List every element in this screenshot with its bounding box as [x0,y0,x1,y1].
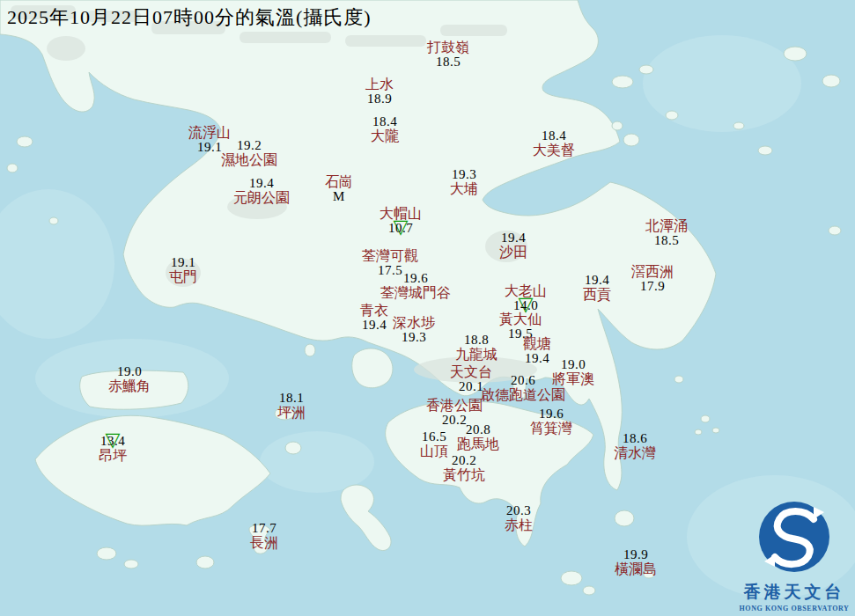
station-temp: 19.9 [623,548,648,562]
station-temp: 18.5 [436,55,461,70]
station-label: 滘西洲 17.9 ▽ [631,265,674,294]
station-name: 黃大仙 [499,312,542,327]
station-label: 沙田 19.4 ▽ [499,231,527,260]
station-label: 橫瀾島 19.9 ▽ [615,548,657,577]
station-name: 西貢 [583,288,611,303]
station-label: 黃竹坑 20.2 ▽ [443,454,485,483]
station-name: 香港公園 [426,399,483,414]
station-name: 觀塘 [523,337,551,352]
station-name: 大美督 [533,143,575,158]
station-label: 赤柱 20.3 ▽ [505,504,533,533]
station-temp: 13.4 [100,435,125,449]
hong-kong-map [0,0,855,616]
station-temp: 19.1 [171,256,195,270]
station-name: 滘西洲 [631,265,674,280]
station-label: 大埔 19.3 ▽ [450,168,478,197]
station-name: 濕地公園 [221,153,277,168]
station-label: 西貢 19.4 ▽ [583,274,611,303]
lamma-island [341,485,391,551]
station-label: 打鼓嶺 18.5 ▽ [427,40,469,70]
station-temp: 19.0 [561,358,586,372]
station-temp: 20.6 [511,374,535,388]
station-label: 濕地公園 19.2 ▽ [221,139,277,168]
station-temp: 18.1 [279,392,304,406]
station-label: 觀塘 19.4 ▽ [523,337,551,366]
station-label: 長洲 17.7 ▽ [250,522,278,551]
station-name: 深水埗 [393,316,435,331]
lantau-island [35,415,270,525]
station-temp: 18.5 [654,234,679,248]
station-label: 筲箕灣 19.6 ▽ [530,407,572,436]
station-name: 大帽山 [380,207,422,222]
map-title: 2025年10月22日07時00分的氣溫(攝氏度) [7,4,372,31]
station-temp: 17.9 [640,280,665,294]
station-name: 荃灣城門谷 [380,286,451,301]
station-name: 昂坪 [99,449,127,464]
station-temp: 16.5 [422,430,446,444]
station-temp: 20.3 [506,504,531,518]
station-name: 筲箕灣 [530,422,572,436]
station-label: 大美督 18.4 ▽ [533,129,575,158]
station-temp: 19.2 [237,139,262,153]
station-label: 昂坪 13.4 ▽ [99,435,127,464]
station-name: 打鼓嶺 [427,40,469,55]
station-name: 上水 [365,77,394,92]
station-temp: 19.3 [452,168,476,182]
station-temp: 18.9 [367,92,392,106]
station-label: 深水埗 19.3 ▽ [393,316,435,345]
station-label: 九龍城 18.8 ▽ [455,334,498,363]
station-temp: 19.4 [585,274,609,288]
station-name: 沙田 [499,246,527,260]
hko-logo-text-en: HONG KONG OBSERVATORY [737,605,851,612]
station-name: 赤鱲角 [108,379,151,394]
station-label: 清水灣 18.6 ▽ [614,432,656,461]
station-name: 九龍城 [455,348,498,363]
station-temp: 17.7 [252,522,276,536]
station-label: 大老山 14.0 ▽ [505,284,547,313]
hko-logo: 香港天文台 HONG KONG OBSERVATORY [737,498,851,612]
station-temp: 20.1 [459,380,483,394]
station-name: 長洲 [250,536,278,551]
station-name: 黃竹坑 [443,468,485,483]
station-label: 上水 18.9 ▽ [365,77,394,106]
station-temp: 19.4 [249,177,274,191]
station-temp: 20.8 [466,423,490,437]
station-label: 跑馬地 20.8 ▽ [457,423,499,452]
station-label: 荃灣城門谷 19.6 ▽ [380,272,451,301]
hko-logo-icon [752,498,837,576]
station-temp: 19.4 [362,319,387,333]
station-temp: 18.4 [372,115,397,129]
station-label: 石崗 M ▽ [325,175,353,204]
station-name: 荃灣可觀 [362,249,418,264]
station-label: 元朗公園 19.4 ▽ [233,177,290,206]
station-temp: 10.7 [388,222,413,236]
station-temp: 18.4 [542,129,566,143]
station-temp: 18.8 [464,334,489,348]
temperature-map: 2025年10月22日07時00分的氣溫(攝氏度) 打鼓嶺 18.5 ▽ 上水 … [0,0,855,616]
station-label: 青衣 19.4 ▽ [360,304,388,333]
station-name: 赤柱 [505,518,533,533]
station-temp: 19.6 [539,407,564,422]
station-name: 橫瀾島 [615,562,657,577]
station-temp: 19.0 [117,365,142,379]
station-name: 屯門 [169,270,197,285]
station-temp: 19.3 [402,331,426,345]
station-name: 元朗公園 [233,191,290,206]
station-temp: 19.1 [197,141,222,155]
station-label: 屯門 19.1 ▽ [169,256,197,285]
station-label: 北潭涌 18.5 ▽ [645,219,688,248]
station-temp: 19.4 [501,231,526,246]
station-label: 啟德跑道公園 20.6 ▽ [481,374,565,403]
station-label: 坪洲 18.1 ▽ [277,392,306,421]
station-name: 大埔 [450,182,478,197]
station-name: 大老山 [505,284,547,299]
station-temp: M [333,190,345,204]
station-temp: 18.6 [623,432,647,446]
station-name: 大隴 [371,129,399,144]
station-temp: 19.4 [525,352,549,366]
station-name: 青衣 [360,304,388,319]
tsing-yi-island [352,348,393,388]
station-label: 大帽山 10.7 ▽ [380,207,422,236]
station-name: 啟德跑道公園 [481,388,565,403]
station-label: 大隴 18.4 ▽ [371,115,399,144]
